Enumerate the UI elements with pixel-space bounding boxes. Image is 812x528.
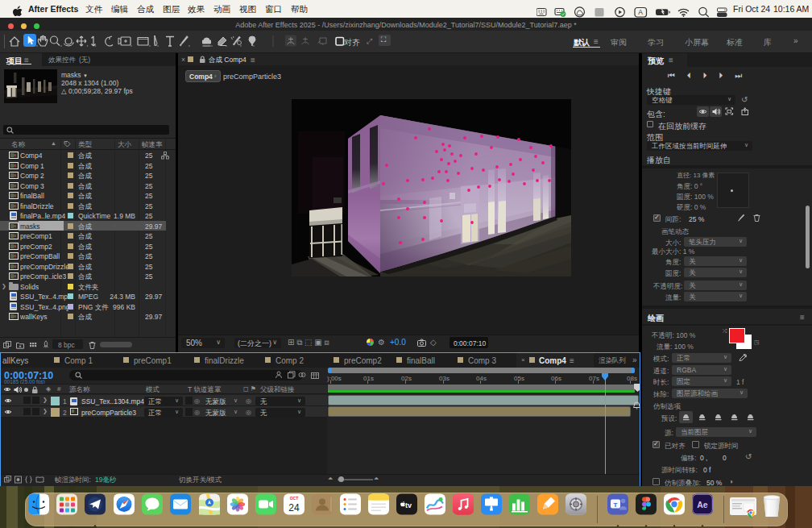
svg-text:T: T xyxy=(614,501,618,509)
svg-text:24: 24 xyxy=(288,502,300,513)
svg-text:tv: tv xyxy=(405,501,412,509)
svg-text:OCT: OCT xyxy=(290,496,299,501)
svg-text:A: A xyxy=(638,8,643,16)
svg-text:Ae: Ae xyxy=(697,500,708,509)
